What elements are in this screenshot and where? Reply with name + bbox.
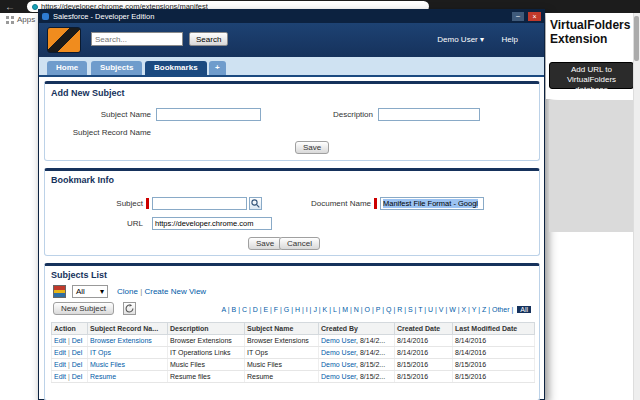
col-created-by[interactable]: Created By <box>319 323 395 335</box>
edit-link[interactable]: Edit <box>54 361 66 368</box>
required-indicator <box>374 198 377 209</box>
col-created-date[interactable]: Created Date <box>395 323 453 335</box>
create-new-view-link[interactable]: Create New View <box>144 287 206 296</box>
edit-link[interactable]: Edit <box>54 337 66 344</box>
back-icon[interactable]: ← <box>5 0 15 13</box>
cell-created-date: 8/14/2016 <box>395 347 453 359</box>
cell-last-modified: 8/15/2016 <box>453 371 535 383</box>
action-divider: | <box>68 361 70 368</box>
col-record-name[interactable]: Subject Record Na... <box>88 323 168 335</box>
page-background-block <box>549 100 634 232</box>
required-indicator <box>146 198 149 209</box>
clone-link[interactable]: Clone <box>117 287 138 296</box>
add-url-button[interactable]: Add URL to VirtualFolders database <box>549 62 634 89</box>
subjects-table: Action Subject Record Na... Description … <box>51 322 535 383</box>
created-by-link[interactable]: Demo User <box>321 361 356 368</box>
subject-lookup-input[interactable] <box>152 197 247 210</box>
edit-link[interactable]: Edit <box>54 349 66 356</box>
cell-record-name: Browser Extensions <box>88 335 168 347</box>
table-row[interactable]: Edit | Del Music Files Music Files Music… <box>52 359 535 371</box>
scrollbar[interactable] <box>633 13 640 400</box>
scrollbar-thumb[interactable] <box>634 16 639 61</box>
cell-subject-name: Music Files <box>245 359 319 371</box>
del-link[interactable]: Del <box>72 337 83 344</box>
lookup-magnifier-icon[interactable] <box>249 197 262 210</box>
created-by-link[interactable]: Demo User <box>321 349 356 356</box>
cell-created-date: 8/15/2016 <box>395 359 453 371</box>
table-row[interactable]: Edit | Del Resume Resume files Resume De… <box>52 371 535 383</box>
view-toolbar-links: Clone | Create New View <box>117 287 206 296</box>
document-name-label: Document Name <box>283 199 371 208</box>
search-button[interactable]: Search <box>189 32 228 46</box>
cell-subject-name: IT Ops <box>245 347 319 359</box>
save-button[interactable]: Save <box>248 237 282 250</box>
col-last-modified[interactable]: Last Modified Date <box>453 323 535 335</box>
view-select[interactable]: All ▾ <box>72 285 108 298</box>
search-input[interactable] <box>91 32 183 46</box>
table-row[interactable]: Edit | Del IT Ops IT Operations Links IT… <box>52 347 535 359</box>
minimize-button[interactable]: – <box>512 12 524 21</box>
cell-action: Edit | Del <box>52 347 88 359</box>
created-by-link[interactable]: Demo User <box>321 373 356 380</box>
record-name-link[interactable]: Resume <box>90 373 116 380</box>
alphabet-all[interactable]: All <box>517 306 531 313</box>
cancel-button[interactable]: Cancel <box>279 237 320 250</box>
del-link[interactable]: Del <box>72 361 83 368</box>
cell-description: IT Operations Links <box>168 347 245 359</box>
alphabet-filter: A | B | C | D | E | F | G | H | I | J | … <box>222 306 531 313</box>
bookmark-info-section: Bookmark Info Subject Document Name Mani… <box>44 168 540 256</box>
bookmarks-bar-apps[interactable]: Apps <box>6 15 35 24</box>
action-divider: | <box>68 337 70 344</box>
record-name-link[interactable]: IT Ops <box>90 349 111 356</box>
window-title: Salesforce - Developer Edition <box>53 12 508 21</box>
col-subject-name[interactable]: Subject Name <box>245 323 319 335</box>
tab-add[interactable]: + <box>209 61 226 75</box>
edit-link[interactable]: Edit <box>54 373 66 380</box>
cell-action: Edit | Del <box>52 359 88 371</box>
record-name-link[interactable]: Music Files <box>90 361 125 368</box>
col-description[interactable]: Description <box>168 323 245 335</box>
record-name-link[interactable]: Browser Extensions <box>90 337 152 344</box>
subjects-list-section: Subjects List All ▾ Clone | Create New V… <box>44 263 540 400</box>
refresh-icon[interactable] <box>123 302 136 315</box>
url-input[interactable]: https://developer.chrome.com <box>152 217 272 230</box>
description-input[interactable] <box>378 108 480 121</box>
subject-name-label: Subject Name <box>55 110 151 119</box>
salesforce-logo <box>47 27 81 53</box>
salesforce-popup-window: Salesforce - Developer Edition – × Searc… <box>38 9 545 400</box>
link-divider: | <box>140 287 142 296</box>
cell-last-modified: 8/14/2016 <box>453 347 535 359</box>
help-link[interactable]: Help <box>502 35 518 44</box>
window-icon <box>42 13 49 20</box>
table-row[interactable]: Edit | Del Browser Extensions Browser Ex… <box>52 335 535 347</box>
user-menu[interactable]: Demo User ▾ <box>437 35 484 44</box>
created-by-date: , 8/14/2... <box>356 349 385 356</box>
screen: ← https://developer.chrome.com/extension… <box>0 0 640 400</box>
window-titlebar[interactable]: Salesforce - Developer Edition – × <box>39 10 544 23</box>
close-button[interactable]: × <box>528 12 541 21</box>
tab-bookmarks[interactable]: Bookmarks <box>145 61 207 75</box>
col-action[interactable]: Action <box>52 323 88 335</box>
alphabet-links[interactable]: A | B | C | D | E | F | G | H | I | J | … <box>222 306 514 313</box>
subjects-list-title: Subjects List <box>45 266 539 282</box>
new-subject-button[interactable]: New Subject <box>53 302 114 315</box>
salesforce-header: Search Demo User ▾ Help <box>39 23 544 57</box>
cell-description: Music Files <box>168 359 245 371</box>
apps-grid-icon <box>6 16 14 24</box>
cell-created-date: 8/14/2016 <box>395 335 453 347</box>
chevron-down-icon: ▾ <box>100 286 104 297</box>
subject-name-input[interactable] <box>156 108 261 121</box>
cell-created-by: Demo User, 8/14/2... <box>319 347 395 359</box>
del-link[interactable]: Del <box>72 349 83 356</box>
tab-home[interactable]: Home <box>47 61 87 75</box>
apps-label: Apps <box>17 15 35 24</box>
save-button[interactable]: Save <box>295 141 329 154</box>
created-by-date: , 8/14/2... <box>356 337 385 344</box>
tab-subjects[interactable]: Subjects <box>91 61 142 75</box>
selected-text: Manifest File Format - Googl <box>383 199 478 208</box>
document-name-input[interactable]: Manifest File Format - Googl <box>380 197 484 210</box>
created-by-link[interactable]: Demo User <box>321 337 356 344</box>
del-link[interactable]: Del <box>72 373 83 380</box>
cell-created-date: 8/15/2016 <box>395 371 453 383</box>
cell-record-name: Music Files <box>88 359 168 371</box>
